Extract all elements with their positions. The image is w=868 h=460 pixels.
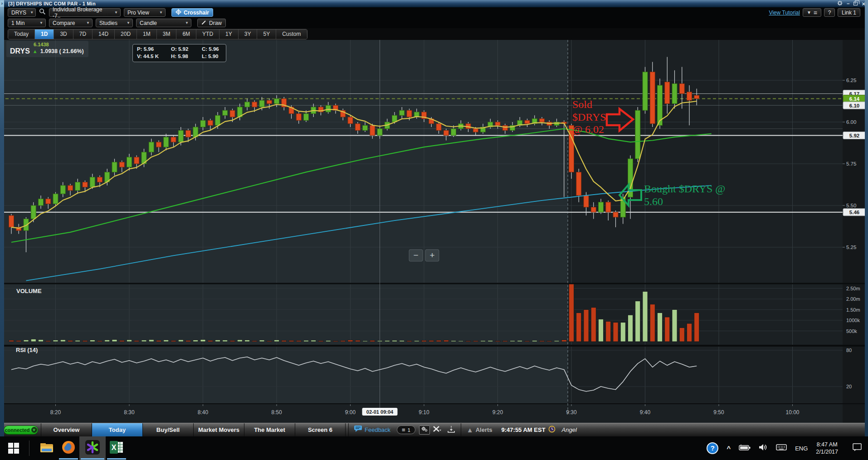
quote-badge: 6.1438 DRYS ▲ 1.0938 ( 21.66%)	[6, 41, 88, 57]
action-center-icon[interactable]	[853, 443, 862, 453]
range-tab-1m[interactable]: 1M	[137, 29, 157, 39]
range-tab-6m[interactable]: 6M	[176, 29, 196, 39]
view-mode-select[interactable]: Pro View ▼	[124, 8, 166, 17]
price-axis-label: 5.50	[846, 203, 856, 208]
chart-type-select[interactable]: Candle ▼	[136, 19, 191, 27]
range-tab-3d[interactable]: 3D	[54, 29, 73, 39]
right-panel-handle[interactable]	[865, 0, 868, 436]
language-indicator[interactable]: ENG	[795, 445, 808, 452]
crosshair-time-label: 02-01 09:04	[366, 409, 394, 415]
download-icon	[447, 426, 455, 435]
time-axis-label: 8:30	[124, 409, 135, 416]
help-tray-icon[interactable]: ?	[707, 442, 718, 454]
tools-button[interactable]	[433, 426, 442, 435]
help-button[interactable]: ?	[824, 8, 835, 17]
range-tab-1d[interactable]: 1D	[35, 29, 54, 39]
time-axis-label: 9:50	[713, 409, 724, 416]
volume-axis-label: 500k	[846, 328, 857, 334]
order-queue-button[interactable]: ≡ 1	[397, 426, 415, 434]
price-axis-label: 6.25	[846, 78, 856, 83]
account-select[interactable]: Individual Brokerage -7.. ▼	[49, 8, 121, 17]
firefox-button[interactable]	[58, 436, 79, 460]
chevron-right-icon[interactable]: ›	[0, 0, 4, 7]
settings-gear-icon[interactable]	[837, 0, 843, 7]
last-price: 6.1438	[34, 42, 84, 47]
status-tab-the-market[interactable]: The Market	[244, 423, 295, 437]
studies-select[interactable]: Studies ▼	[96, 19, 133, 27]
price-tag-label: 5.92	[849, 133, 859, 138]
interval-select[interactable]: 1 Min ▼	[8, 19, 46, 27]
range-tab-5y[interactable]: 5Y	[257, 29, 276, 39]
volume-axis-label: 1.50m	[846, 307, 860, 313]
taskbar-clock[interactable]: 8:47 AM 2/1/2017	[816, 441, 838, 455]
view-tutorial-link[interactable]: View Tutorial	[769, 10, 800, 16]
price-tag-label: 5.46	[849, 210, 859, 215]
price-tag-label: 6.10	[849, 103, 859, 108]
status-tab-buy-sell[interactable]: Buy/Sell	[142, 423, 193, 437]
session-clock: 9:47:55 AM EST	[502, 426, 546, 433]
status-tab-today[interactable]: Today	[92, 423, 142, 437]
range-tab-7d[interactable]: 7D	[73, 29, 93, 39]
connection-status[interactable]: connected v	[4, 426, 38, 435]
zoom-out-button-glyph[interactable]: −	[413, 250, 418, 260]
tooltip-high: H: 5.98	[171, 53, 202, 60]
active-indicator	[107, 458, 126, 460]
minimize-button[interactable]: −	[847, 1, 849, 6]
range-tab-3y[interactable]: 3Y	[239, 29, 258, 39]
link1-button[interactable]: Link 1	[838, 8, 860, 17]
tray-chevron-icon[interactable]: ^	[727, 445, 731, 452]
status-tab-overview[interactable]: Overview	[41, 423, 92, 437]
trading-app-button[interactable]	[79, 436, 106, 460]
left-panel-handle[interactable]: ›	[0, 0, 4, 436]
tools-icon	[433, 426, 442, 435]
chevron-down-icon: ▼	[86, 21, 90, 25]
speaker-icon[interactable]	[759, 444, 768, 453]
windows-logo-icon	[8, 443, 19, 454]
range-tab-20d[interactable]: 20D	[115, 29, 137, 39]
symbol-select[interactable]: DRYS ▼	[8, 8, 36, 17]
battery-icon[interactable]	[739, 444, 751, 452]
status-tab-screen-6[interactable]: Screen 6	[295, 423, 346, 437]
price-axis-label: 5.75	[846, 161, 856, 166]
range-tab-ytd[interactable]: YTD	[196, 29, 219, 39]
excel-icon: X	[109, 440, 124, 456]
start-button[interactable]	[3, 436, 24, 460]
layout-menu-button[interactable]: ▼ ≡	[803, 8, 821, 17]
status-tab-market-movers[interactable]: Market Movers	[193, 423, 244, 437]
chevron-down-icon: ▼	[185, 21, 189, 25]
time-axis-label: 8:40	[198, 409, 209, 416]
range-tab-1y[interactable]: 1Y	[219, 29, 239, 39]
chevron-down-icon: ▼	[114, 10, 118, 15]
sold-annotation-text: Sold	[572, 98, 592, 110]
file-explorer-button[interactable]	[36, 436, 58, 460]
menu-icon: ≡	[814, 9, 817, 16]
range-tab-today[interactable]: Today	[8, 29, 35, 39]
export-button[interactable]	[447, 426, 455, 435]
chevron-down-icon: ▼	[127, 21, 130, 25]
active-indicator	[59, 458, 78, 460]
time-axis-label: 10:00	[785, 409, 799, 416]
range-tab-3m[interactable]: 3M	[157, 29, 177, 39]
range-tab-14d[interactable]: 14D	[93, 29, 115, 39]
draw-button[interactable]: Draw	[197, 19, 226, 27]
window-title: [3] DRYSHIPS INC COM PAR - 1 Min	[8, 1, 96, 6]
chart-canvas[interactable]: 8:208:308:408:509:009:109:209:309:409:50…	[0, 40, 868, 423]
gadgets-button[interactable]	[419, 426, 430, 435]
alerts-button[interactable]: ▲ Alerts	[467, 426, 493, 434]
range-tab-custom[interactable]: Custom	[276, 29, 307, 39]
feedback-button[interactable]: Feedback	[354, 426, 390, 434]
sold-annotation-text: @ 6.02	[572, 123, 604, 135]
pencil-icon	[201, 20, 207, 26]
folder-icon	[39, 441, 54, 455]
restore-button[interactable]	[853, 2, 858, 5]
search-icon[interactable]	[39, 8, 46, 17]
compare-select[interactable]: Compare ▼	[49, 19, 93, 27]
keyboard-icon[interactable]	[776, 444, 787, 453]
time-axis-label: 9:40	[640, 409, 651, 416]
feedback-bubble-icon	[354, 426, 362, 434]
chevron-down-icon: ▼	[807, 10, 811, 15]
crosshair-button[interactable]: Crosshair	[171, 8, 213, 17]
trading-app-icon	[85, 440, 100, 457]
excel-button[interactable]: X	[106, 436, 127, 460]
zoom-in-button-glyph[interactable]: +	[429, 250, 434, 260]
